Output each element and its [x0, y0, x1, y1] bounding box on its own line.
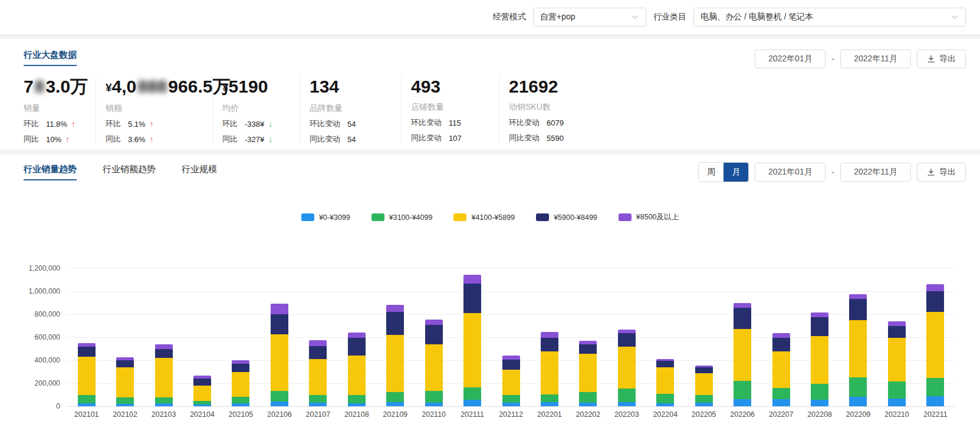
export-label: 导出 — [939, 54, 956, 64]
trend-tabs: 行业销量趋势 行业销额趋势 行业规模 — [24, 164, 217, 180]
x-axis-tick-label: 202203 — [607, 410, 646, 419]
metric-row: 同比变动5590 — [509, 133, 670, 143]
stat-value: 783.0万 — [24, 77, 90, 98]
bar-segment — [541, 332, 558, 338]
overview-start-date-picker[interactable]: 2022年01月 — [755, 50, 826, 68]
bar-segment — [926, 291, 944, 312]
bar-202211 — [926, 284, 944, 406]
bar-slot — [492, 268, 530, 406]
trend-arrow-icon: ↓ — [268, 119, 272, 129]
bar-segment — [541, 338, 558, 351]
x-axis-tick-label: 202202 — [569, 410, 607, 419]
x-axis-tick-label: 202201 — [530, 410, 568, 419]
bar-segment — [463, 313, 481, 387]
overview-end-date-picker[interactable]: 2022年11月 — [840, 50, 911, 68]
bar-slot — [337, 268, 376, 406]
trend-arrow-icon: ↑ — [150, 134, 154, 144]
bar-202208 — [811, 312, 828, 406]
y-axis-labels: 1,200,0001,000,000800,000600,000400,0002… — [0, 268, 60, 406]
stat-card-average-price: ¥5190 均价 环比-338¥↓ 同比-327¥↓ — [212, 77, 300, 144]
trend-arrow-icon: ↑ — [150, 119, 154, 129]
overview-export-button[interactable]: 导出 — [917, 50, 966, 68]
category-select[interactable]: 电脑、办公 / 电脑整机 / 笔记本 — [693, 8, 966, 27]
bar-segment — [502, 360, 520, 370]
bar-segment — [888, 381, 906, 399]
bar-segment — [811, 317, 828, 336]
mode-select-value: 自营+pop — [540, 12, 626, 22]
legend-item[interactable]: ¥8500及以上 — [619, 212, 679, 222]
tab-industry-sales-volume-trend[interactable]: 行业销量趋势 — [24, 164, 77, 180]
x-axis-tick-label: 202101 — [67, 410, 106, 419]
trend-end-date-picker[interactable]: 2022年11月 — [840, 163, 911, 182]
stat-value: 493 — [411, 77, 493, 97]
top-filter-bar: 经营模式 自营+pop 行业类目 电脑、办公 / 电脑整机 / 笔记本 — [0, 0, 980, 34]
trend-arrow-icon: ↓ — [268, 134, 272, 144]
bar-segment — [502, 395, 520, 403]
bar-segment — [734, 399, 751, 406]
bar-segment — [309, 395, 327, 403]
trend-start-date-picker[interactable]: 2021年01月 — [755, 163, 826, 182]
legend-item[interactable]: ¥5900-¥8499 — [536, 212, 597, 222]
bar-segment — [579, 403, 597, 406]
download-icon — [927, 55, 935, 63]
period-option-month[interactable]: 月 — [724, 163, 748, 182]
x-axis-tick-label: 202210 — [877, 410, 916, 419]
bar-slot — [222, 268, 260, 406]
y-axis-tick-label: 1,000,000 — [0, 287, 60, 295]
bar-segment — [811, 336, 828, 384]
bar-segment — [155, 397, 173, 403]
bar-202104 — [193, 376, 211, 406]
legend-label: ¥5900-¥8499 — [554, 213, 597, 222]
bar-slot — [762, 268, 800, 406]
legend-swatch — [619, 213, 632, 221]
bar-202205 — [695, 366, 713, 406]
bar-segment — [618, 333, 636, 346]
bar-slot — [376, 268, 415, 406]
trend-export-button[interactable]: 导出 — [917, 163, 966, 182]
bar-202201 — [541, 332, 558, 406]
gridline — [67, 406, 955, 407]
y-axis-tick-label: 800,000 — [0, 310, 60, 318]
metric-row: 同比变动107 — [411, 133, 493, 143]
legend-label: ¥0-¥3099 — [319, 213, 350, 222]
trend-arrow-icon: ↑ — [65, 134, 70, 144]
period-option-week[interactable]: 周 — [699, 163, 724, 182]
masked-digits: 8 — [34, 77, 46, 96]
bar-segment — [348, 403, 366, 406]
x-axis-tick-label: 202205 — [685, 410, 723, 419]
bar-segment — [386, 312, 404, 335]
stat-label: 店铺数量 — [411, 102, 493, 113]
legend-item[interactable]: ¥4100-¥5899 — [453, 212, 515, 222]
bar-202210 — [888, 321, 906, 406]
legend-label: ¥3100-¥4099 — [389, 213, 433, 222]
bar-segment — [541, 351, 558, 394]
bar-segment — [271, 304, 288, 314]
x-axis-tick-label: 202206 — [723, 410, 761, 419]
bar-segment — [116, 404, 134, 406]
bar-segment — [271, 402, 288, 406]
bar-segment — [618, 347, 636, 389]
bar-202207 — [772, 333, 790, 406]
bar-202106 — [271, 304, 288, 406]
bar-segment — [309, 359, 327, 395]
bar-slot — [67, 268, 106, 406]
bar-slot — [299, 268, 337, 406]
bar-segment — [772, 399, 790, 406]
tab-industry-scale[interactable]: 行业规模 — [182, 164, 217, 180]
category-select-value: 电脑、办公 / 电脑整机 / 笔记本 — [701, 12, 946, 22]
bar-segment — [425, 391, 443, 403]
tab-industry-overview[interactable]: 行业大盘数据 — [24, 50, 77, 66]
bar-slot — [839, 268, 877, 406]
bar-slot — [415, 268, 453, 406]
legend-label: ¥8500及以上 — [636, 212, 679, 222]
legend-item[interactable]: ¥3100-¥4099 — [371, 212, 433, 222]
bar-segment — [502, 370, 520, 395]
bar-202102 — [116, 357, 134, 406]
tab-industry-sales-amount-trend[interactable]: 行业销额趋势 — [103, 164, 156, 180]
mode-select[interactable]: 自营+pop — [533, 8, 646, 27]
bar-segment — [425, 403, 443, 406]
bar-slot — [607, 268, 646, 406]
legend-swatch — [371, 213, 384, 221]
legend-item[interactable]: ¥0-¥3099 — [301, 212, 350, 222]
bar-segment — [926, 378, 944, 396]
